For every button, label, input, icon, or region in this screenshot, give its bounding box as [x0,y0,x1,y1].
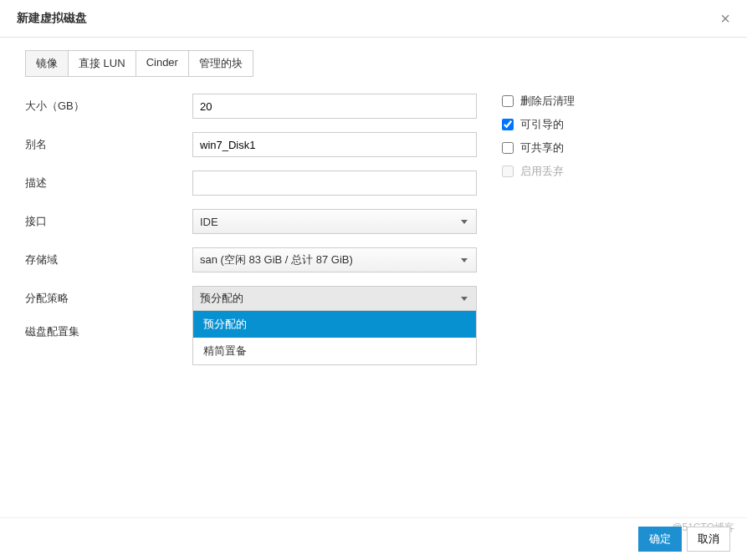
dialog-header: 新建虚拟磁盘 × [0,0,747,38]
select-interface-value: IDE [200,216,218,228]
tab-managed-block[interactable]: 管理的块 [189,51,253,76]
label-interface: 接口 [25,214,192,229]
row-interface: 接口 IDE [25,209,477,234]
checkbox-shareable[interactable] [502,142,514,154]
form-right-column: 删除后清理 可引导的 可共享的 启用丢弃 [502,94,722,353]
label-shareable[interactable]: 可共享的 [520,140,564,155]
select-storage-domain-value: san (空闲 83 GiB / 总计 87 GiB) [200,252,353,267]
label-enable-discard: 启用丢弃 [520,164,564,179]
input-description[interactable] [192,171,477,196]
dialog-title: 新建虚拟磁盘 [17,11,87,26]
select-allocation-policy[interactable]: 预分配的 [192,286,477,311]
form-left-column: 大小（GB） 别名 描述 接口 IDE 存储域 san (空闲 83 [25,94,477,353]
tabs-container: 镜像 直接 LUN Cinder 管理的块 [25,50,253,77]
label-bootable[interactable]: 可引导的 [520,117,564,132]
checkbox-row-shareable: 可共享的 [502,140,722,155]
cancel-button[interactable]: 取消 [687,527,730,552]
input-alias[interactable] [192,132,477,157]
close-button[interactable]: × [720,10,730,27]
label-description: 描述 [25,176,192,191]
select-storage-domain[interactable]: san (空闲 83 GiB / 总计 87 GiB) [192,247,477,272]
label-wipe-after-delete[interactable]: 删除后清理 [520,94,575,109]
checkbox-enable-discard [502,165,514,177]
checkbox-row-wipe: 删除后清理 [502,94,722,109]
label-size: 大小（GB） [25,99,192,114]
tab-direct-lun[interactable]: 直接 LUN [69,51,136,76]
allocation-dropdown-menu: 预分配的 精简置备 [192,311,477,365]
dialog-body: 镜像 直接 LUN Cinder 管理的块 大小（GB） 别名 描述 接口 ID… [0,38,747,365]
row-storage-domain: 存储域 san (空闲 83 GiB / 总计 87 GiB) [25,247,477,272]
label-allocation-policy: 分配策略 [25,291,192,306]
checkbox-bootable[interactable] [502,119,514,130]
dialog-footer: 确定 取消 [0,517,747,560]
label-disk-profile: 磁盘配置集 [25,324,192,339]
select-allocation-value: 预分配的 [200,291,243,306]
select-interface[interactable]: IDE [192,209,477,234]
row-alias: 别名 [25,132,477,157]
row-allocation-policy: 分配策略 预分配的 预分配的 精简置备 [25,286,477,311]
tab-image[interactable]: 镜像 [26,51,69,76]
row-size: 大小（GB） [25,94,477,119]
allocation-dropdown-wrapper: 预分配的 预分配的 精简置备 [192,286,477,311]
checkbox-row-discard: 启用丢弃 [502,164,722,179]
tab-cinder[interactable]: Cinder [136,51,189,76]
form-area: 大小（GB） 别名 描述 接口 IDE 存储域 san (空闲 83 [25,94,722,353]
label-alias: 别名 [25,137,192,152]
allocation-option-preallocated[interactable]: 预分配的 [193,311,476,338]
checkbox-row-bootable: 可引导的 [502,117,722,132]
row-description: 描述 [25,171,477,196]
input-size[interactable] [192,94,477,119]
checkbox-wipe-after-delete[interactable] [502,95,514,107]
allocation-option-thin[interactable]: 精简置备 [193,338,476,364]
ok-button[interactable]: 确定 [638,527,682,552]
label-storage-domain: 存储域 [25,252,192,267]
